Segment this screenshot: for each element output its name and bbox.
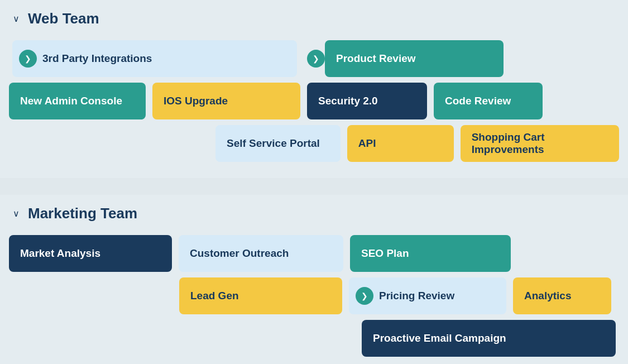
web-team-section: ∨ Web Team ❯ 3rd Party Integrations ❯ Pr… <box>0 0 628 178</box>
marketing-team-header: ∨ Marketing Team <box>0 195 628 232</box>
api-card[interactable]: API <box>347 125 454 162</box>
web-team-chevron[interactable]: ∨ <box>10 13 22 25</box>
web-row-3: Self Service Portal API Shopping Cart Im… <box>0 122 628 165</box>
web-row-2: New Admin Console IOS Upgrade Security 2… <box>0 80 628 122</box>
section-gap <box>0 178 628 195</box>
new-admin-console-card[interactable]: New Admin Console <box>9 83 146 119</box>
web-row-1: ❯ 3rd Party Integrations ❯ Product Revie… <box>0 37 628 80</box>
web-row-3-spacer <box>6 122 212 165</box>
seo-plan-card[interactable]: SEO Plan <box>350 235 511 272</box>
product-review-card[interactable]: Product Review <box>325 40 504 77</box>
ios-upgrade-card[interactable]: IOS Upgrade <box>152 83 300 119</box>
web-team-title: Web Team <box>28 10 99 27</box>
marketing-row-1: Market Analysis Customer Outreach SEO Pl… <box>0 232 628 275</box>
marketing-team-chevron[interactable]: ∨ <box>10 208 22 220</box>
shopping-cart-card[interactable]: Shopping Cart Improvements <box>461 125 619 162</box>
pricing-review-strip[interactable]: ❯ Pricing Review <box>349 277 506 314</box>
pricing-review-arrow[interactable]: ❯ <box>356 287 373 305</box>
proactive-email-card[interactable]: Proactive Email Campaign <box>362 320 616 357</box>
third-party-label: 3rd Party Integrations <box>42 42 152 75</box>
pricing-review-label: Pricing Review <box>379 280 454 312</box>
third-party-arrow[interactable]: ❯ <box>19 50 37 68</box>
third-party-strip[interactable]: ❯ 3rd Party Integrations <box>12 40 297 77</box>
market-analysis-card[interactable]: Market Analysis <box>9 235 172 272</box>
self-service-portal-card[interactable]: Self Service Portal <box>215 125 341 162</box>
marketing-team-section: ∨ Marketing Team Market Analysis Custome… <box>0 195 628 364</box>
product-review-group: ❯ Product Review <box>304 40 507 77</box>
marketing-row-2: Lead Gen ❯ Pricing Review Analytics <box>0 275 628 317</box>
web-team-header: ∨ Web Team <box>0 0 628 37</box>
analytics-card[interactable]: Analytics <box>513 277 611 314</box>
lead-gen-card[interactable]: Lead Gen <box>179 277 342 314</box>
security-2-card[interactable]: Security 2.0 <box>307 83 427 119</box>
code-review-card[interactable]: Code Review <box>434 83 543 119</box>
customer-outreach-card[interactable]: Customer Outreach <box>179 235 343 272</box>
marketing-row-3: Proactive Email Campaign <box>0 317 628 360</box>
marketing-row-3-spacer <box>6 317 358 360</box>
marketing-team-title: Marketing Team <box>28 205 137 222</box>
product-review-arrow[interactable]: ❯ <box>307 50 325 68</box>
